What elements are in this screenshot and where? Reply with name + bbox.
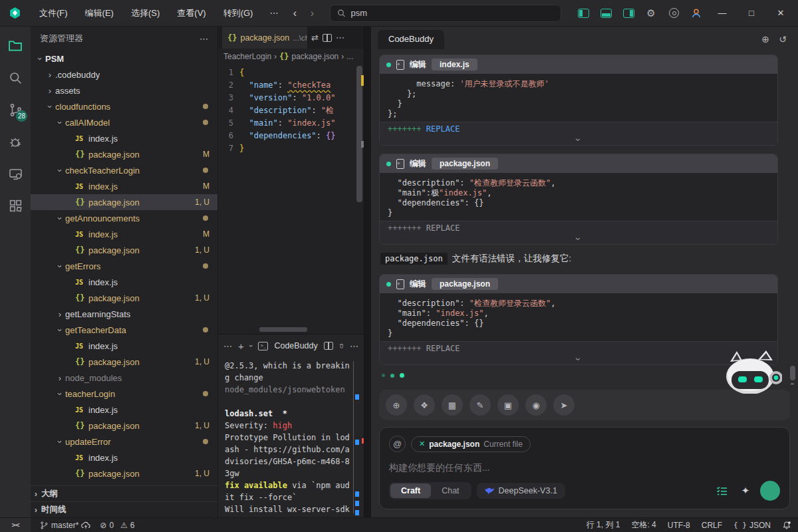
tree-item[interactable]: {}package.json1, U xyxy=(31,290,217,306)
codebuddy-tab[interactable]: CodeBuddy xyxy=(378,30,444,49)
tree-item[interactable]: {}package.json1, U xyxy=(31,242,217,258)
chat-input[interactable]: 构建你想要的任何东西... xyxy=(389,462,780,474)
window-close-button[interactable]: ✕ xyxy=(767,3,794,23)
tree-item[interactable]: ›assets xyxy=(31,82,217,98)
apps-icon[interactable]: ▦ xyxy=(442,394,463,416)
scroll-down-icon[interactable]: ▼ xyxy=(789,382,795,384)
tree-item[interactable]: JSindex.js xyxy=(31,450,217,466)
code-editor[interactable]: 1234567 { "name": "checkTea "version": "… xyxy=(218,65,364,326)
editor-horizontal-scrollbar[interactable] xyxy=(218,326,364,334)
tree-item[interactable]: ›.codebuddy xyxy=(31,66,217,82)
problems-status[interactable]: ⊘0 ⚠6 xyxy=(100,521,134,530)
preview-icon[interactable]: ◉ xyxy=(525,394,547,416)
eol-setting[interactable]: CRLF xyxy=(702,521,722,530)
panel-divider[interactable] xyxy=(364,27,371,517)
expand-chevron[interactable]: › xyxy=(380,233,777,244)
settings-gear-icon[interactable]: ⚙ xyxy=(641,3,661,23)
tree-item[interactable]: JSindex.jsM xyxy=(31,226,217,242)
tree-item[interactable]: {}package.json1, U xyxy=(31,354,217,370)
git-branch-status[interactable]: master* xyxy=(40,521,90,530)
split-editor-icon[interactable] xyxy=(323,34,332,42)
account-icon[interactable] xyxy=(686,3,706,23)
image-upload-icon[interactable]: ▣ xyxy=(497,394,519,416)
chat-mode-button[interactable]: Chat xyxy=(431,483,469,498)
open-changes-icon[interactable]: ⇄ xyxy=(311,33,319,43)
design-icon[interactable]: ✎ xyxy=(469,394,491,416)
tree-item[interactable]: ›callAIModel xyxy=(31,114,217,130)
activity-search-icon[interactable] xyxy=(2,64,29,92)
activity-source-control-icon[interactable]: 28 xyxy=(2,96,29,124)
activity-remote-explorer-icon[interactable] xyxy=(2,160,29,188)
skills-icon[interactable]: ❖ xyxy=(414,394,435,416)
tree-item[interactable]: ›getAnnouncements xyxy=(31,210,217,226)
tree-item[interactable]: ›updateError xyxy=(31,434,217,450)
notifications-bell-icon[interactable] xyxy=(782,521,791,530)
chat-scrollbar[interactable] xyxy=(790,366,795,380)
task-list-icon[interactable] xyxy=(712,481,731,500)
tree-item[interactable]: ›getTeacherData xyxy=(31,322,217,338)
deploy-icon[interactable]: ➤ xyxy=(553,394,575,416)
editor-vertical-scrollbar[interactable] xyxy=(356,66,362,202)
split-terminal-icon[interactable] xyxy=(324,342,333,350)
menu-item[interactable]: 查看(V) xyxy=(168,7,214,19)
nav-back-icon[interactable]: ‹ xyxy=(286,7,303,19)
remote-indicator[interactable]: >< xyxy=(0,518,31,532)
explorer-more-icon[interactable]: ⋯ xyxy=(200,34,208,44)
tree-item[interactable]: {}package.json1, U xyxy=(31,194,217,210)
expand-chevron[interactable]: › xyxy=(380,353,777,364)
tree-item[interactable]: ›cloudfunctions xyxy=(31,98,217,114)
file-chip[interactable]: index.js xyxy=(432,59,477,70)
tree-item[interactable]: JSindex.js xyxy=(31,338,217,354)
menu-item[interactable]: 选择(S) xyxy=(122,7,168,19)
tree-item[interactable]: ›checkTeacherLogin xyxy=(31,162,217,178)
search-input[interactable] xyxy=(351,8,555,18)
window-maximize-button[interactable]: □ xyxy=(738,3,765,23)
enhance-prompt-icon[interactable]: ✦ xyxy=(736,481,755,500)
indentation-setting[interactable]: 空格: 4 xyxy=(631,519,656,531)
expand-chevron[interactable]: › xyxy=(380,134,777,145)
toggle-secondary-sidebar-icon[interactable] xyxy=(618,3,638,23)
menu-item[interactable]: 编辑(E) xyxy=(76,7,122,19)
context-file-chip[interactable]: ✕ package.json Current file xyxy=(411,436,531,452)
breadcrumb[interactable]: TeacherLogin›{}package.json›... xyxy=(218,49,364,65)
new-terminal-icon[interactable]: + xyxy=(238,340,244,352)
nav-forward-icon[interactable]: › xyxy=(303,7,321,19)
menubar-more-icon[interactable]: ⋯ xyxy=(261,8,286,18)
activity-debug-icon[interactable] xyxy=(2,128,29,156)
terminal-name[interactable]: CodeBuddy xyxy=(274,341,317,350)
history-icon[interactable]: ↺ xyxy=(774,31,791,48)
tree-item[interactable]: JSindex.js xyxy=(31,402,217,418)
remove-context-icon[interactable]: ✕ xyxy=(419,440,425,448)
tree-item[interactable]: {}package.json1, U xyxy=(31,418,217,434)
menu-item[interactable]: 转到(G) xyxy=(215,7,262,19)
file-chip[interactable]: package.json xyxy=(432,278,498,290)
command-search-box[interactable] xyxy=(330,5,561,22)
panel-more2-icon[interactable]: ⋯ xyxy=(350,341,358,351)
browser-preview-icon[interactable] xyxy=(664,3,684,23)
tree-item[interactable]: JSindex.js xyxy=(31,274,217,290)
send-button[interactable] xyxy=(760,481,780,501)
activity-extensions-icon[interactable] xyxy=(2,192,29,219)
editor-more-icon[interactable]: ⋯ xyxy=(336,33,344,43)
mcp-icon[interactable]: ⊕ xyxy=(386,394,407,416)
terminal-dropdown-icon[interactable]: › xyxy=(247,344,255,347)
new-chat-icon[interactable]: ⊕ xyxy=(757,31,774,48)
window-minimize-button[interactable]: — xyxy=(709,3,735,23)
mention-button[interactable]: @ xyxy=(389,436,406,452)
craft-mode-button[interactable]: Craft xyxy=(390,483,431,498)
tree-item[interactable]: ›getLearningStats xyxy=(31,306,217,322)
kill-terminal-icon[interactable] xyxy=(339,341,344,350)
file-chip[interactable]: package.json xyxy=(432,158,498,170)
tree-item[interactable]: ›node_modules xyxy=(31,370,217,386)
toggle-panel-icon[interactable] xyxy=(596,3,616,23)
tree-item[interactable]: JSindex.jsM xyxy=(31,178,217,194)
tree-item[interactable]: {}package.jsonM xyxy=(31,146,217,162)
tree-item[interactable]: ›teacherLogin xyxy=(31,386,217,402)
section-大纲[interactable]: ›大纲 xyxy=(31,485,217,501)
terminal-output[interactable]: @2.5.3, which is a breaking changenode_m… xyxy=(218,357,364,517)
section-时间线[interactable]: ›时间线 xyxy=(31,501,217,517)
tree-item[interactable]: ›PSM xyxy=(31,51,217,66)
cursor-position[interactable]: 行 1, 列 1 xyxy=(587,519,620,531)
panel-more-icon[interactable]: ⋯ xyxy=(223,341,232,351)
tree-item[interactable]: {}package.json1, U xyxy=(31,466,217,481)
